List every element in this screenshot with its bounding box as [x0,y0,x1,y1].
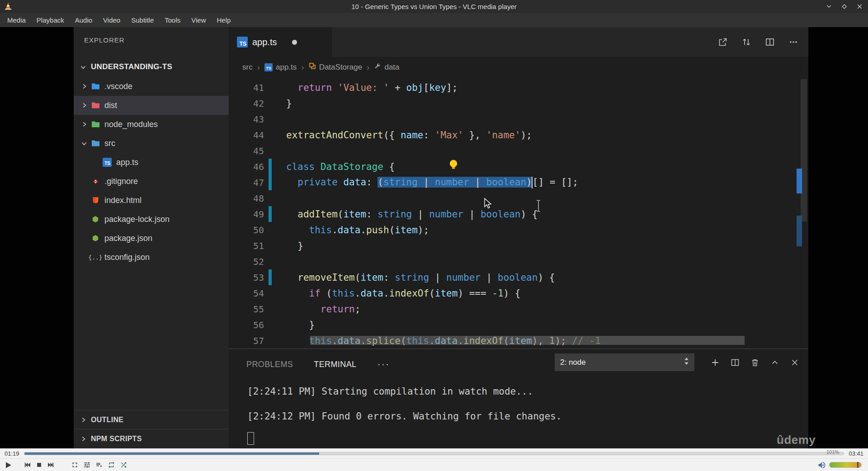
code-line-55: 55 return; [229,301,808,317]
horizontal-scrollbar[interactable] [310,336,745,345]
playlist-button[interactable] [95,461,103,469]
loop-button[interactable] [108,461,115,469]
line-number: 42 [229,98,264,109]
code-text: } [286,98,292,109]
breadcrumb: src›TSapp.ts›DataStorage›data [229,57,808,77]
seek-slider[interactable] [24,452,844,455]
split-terminal-icon[interactable] [731,358,740,367]
sidebar-section-npm-scripts[interactable]: NPM SCRIPTS [74,429,229,448]
explorer-item-index-html[interactable]: index.html [74,191,229,210]
panel-more-icon[interactable]: ··· [377,358,390,370]
open-changes-icon[interactable] [718,37,728,47]
terminal-cursor [247,432,254,445]
tab-appts[interactable]: TS app.ts [229,27,332,57]
breadcrumb-label: src [242,63,253,72]
split-editor-icon[interactable] [765,37,775,47]
more-actions-icon[interactable] [788,37,798,47]
menu-help[interactable]: Help [212,14,236,26]
code-text: } [286,240,303,251]
line-number: 54 [229,288,264,299]
menu-video[interactable]: Video [98,14,126,26]
shell-select-value: 2: node [560,358,586,367]
panel-actions [711,358,799,367]
gutter-spacer [269,80,272,95]
explorer-item-package-lock-json[interactable]: package-lock.json [74,210,229,229]
breadcrumb-item-data[interactable]: data [374,62,399,72]
menu-subtitle[interactable]: Subtitle [126,14,159,26]
code-line-42: 42} [229,95,808,111]
code-text: removeItem(item: string | number | boole… [286,272,555,283]
close-window-button[interactable] [855,3,863,11]
stop-button[interactable] [36,462,42,468]
gutter-spacer [269,254,272,269]
breadcrumb-separator: › [367,62,369,72]
previous-button[interactable] [24,461,31,469]
extended-settings-button[interactable] [83,461,91,469]
vertical-scrollbar[interactable] [801,79,807,221]
kill-terminal-icon[interactable] [750,358,760,367]
menu-playback[interactable]: Playback [31,14,70,26]
html-icon [90,197,101,204]
menu-audio[interactable]: Audio [70,14,98,26]
close-panel-icon[interactable] [790,358,799,367]
maximize-panel-icon[interactable] [770,358,779,367]
code-text: extractAndConvert({ name: 'Max' }, 'name… [286,130,532,141]
sidebar-section-outline[interactable]: OUTLINE [74,410,229,429]
shade-window-button[interactable] [825,3,833,11]
gutter-spacer [269,95,272,111]
folder-icon [90,102,101,109]
fullscreen-button[interactable] [71,461,79,469]
explorer-item-package-json[interactable]: package.json [74,229,229,248]
breadcrumb-item-app-ts[interactable]: TSapp.ts [264,63,297,72]
code-line-54: 54 if (this.data.indexOf(item) === -1) { [229,285,808,301]
explorer-item--gitignore[interactable]: .gitignore [74,172,229,191]
npm-icon [90,235,101,242]
explorer-tree: .vscodedistnode_modulessrcTSapp.ts.gitig… [74,77,229,267]
volume-slider[interactable] [829,462,862,468]
transport-buttons [4,461,127,470]
gutter-spacer [269,301,272,317]
terminal-output-line: [2:24:12 PM] Found 0 errors. Watching fo… [247,410,561,435]
gutter-modified-indicator [269,269,272,285]
line-number: 45 [229,146,264,156]
new-terminal-icon[interactable] [711,358,720,367]
explorer-item--vscode[interactable]: .vscode [74,77,229,96]
gutter-spacer [269,111,272,127]
menu-media[interactable]: Media [2,14,31,26]
breadcrumb-item-src[interactable]: src [242,63,253,72]
explorer-header: EXPLORER [84,36,125,44]
gutter-spacer [269,143,272,159]
lightbulb-icon[interactable] [448,159,458,171]
code-text: if (this.data.indexOf(item) === -1) { [286,288,520,299]
panel-tab-terminal[interactable]: TERMINAL [314,360,356,369]
panel-tab-problems[interactable]: PROBLEMS [246,360,293,369]
code-line-43: 43 [229,111,808,127]
line-number: 44 [229,130,264,141]
compare-changes-icon[interactable] [741,37,751,47]
video-area[interactable]: EXPLORER UNDERSTANDING-TS .vscodedistnod… [0,27,868,448]
code-text: return; [286,304,360,315]
line-number: 52 [229,256,264,267]
explorer-item-tsconfig-json[interactable]: {..}tsconfig.json [74,248,229,267]
menu-view[interactable]: View [186,14,211,26]
menu-tools[interactable]: Tools [159,14,186,26]
chevron-right-icon [78,121,90,127]
explorer-root-folder[interactable]: UNDERSTANDING-TS [74,57,229,76]
ibeam-cursor [536,200,541,214]
maximize-window-button[interactable] [840,3,848,11]
vscode-window: EXPLORER UNDERSTANDING-TS .vscodedistnod… [74,27,808,448]
breadcrumb-item-datastorage[interactable]: DataStorage [309,62,362,72]
next-button[interactable] [47,461,55,469]
terminal-panel: PROBLEMSTERMINAL··· 2: node [2:24:11 PM]… [229,349,808,448]
select-arrows-icon [684,357,689,367]
explorer-item-app-ts[interactable]: TSapp.ts [74,153,229,172]
npm-icon [90,216,101,223]
explorer-item-node-modules[interactable]: node_modules [74,115,229,134]
shell-select[interactable]: 2: node [555,353,694,371]
line-number: 50 [229,225,264,236]
explorer-item-src[interactable]: src [74,134,229,153]
explorer-item-dist[interactable]: dist [74,96,229,115]
breadcrumb-separator: › [301,62,304,72]
random-button[interactable] [120,461,127,469]
play-button[interactable] [4,461,13,470]
